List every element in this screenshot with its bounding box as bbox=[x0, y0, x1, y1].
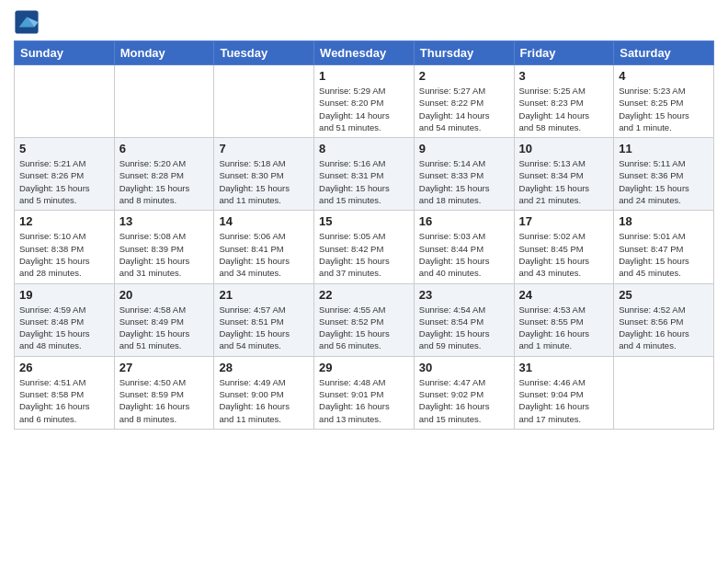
day-info: Sunrise: 4:46 AM Sunset: 9:04 PM Dayligh… bbox=[519, 376, 609, 425]
day-info: Sunrise: 4:59 AM Sunset: 8:48 PM Dayligh… bbox=[19, 304, 109, 352]
day-info: Sunrise: 4:54 AM Sunset: 8:54 PM Dayligh… bbox=[419, 304, 509, 352]
calendar-cell: 24Sunrise: 4:53 AM Sunset: 8:55 PM Dayli… bbox=[514, 283, 614, 356]
day-info: Sunrise: 5:11 AM Sunset: 8:36 PM Dayligh… bbox=[619, 157, 709, 206]
day-info: Sunrise: 4:51 AM Sunset: 8:58 PM Dayligh… bbox=[19, 376, 109, 425]
calendar-cell: 19Sunrise: 4:59 AM Sunset: 8:48 PM Dayli… bbox=[15, 283, 115, 356]
calendar-cell: 17Sunrise: 5:02 AM Sunset: 8:45 PM Dayli… bbox=[514, 211, 614, 283]
calendar-cell: 26Sunrise: 4:51 AM Sunset: 8:58 PM Dayli… bbox=[15, 356, 115, 429]
calendar-cell bbox=[614, 356, 714, 429]
calendar-cell: 30Sunrise: 4:47 AM Sunset: 9:02 PM Dayli… bbox=[414, 356, 514, 429]
day-info: Sunrise: 5:21 AM Sunset: 8:26 PM Dayligh… bbox=[19, 157, 109, 206]
day-header-saturday: Saturday bbox=[614, 41, 714, 65]
day-info: Sunrise: 5:10 AM Sunset: 8:38 PM Dayligh… bbox=[19, 230, 109, 279]
calendar-cell: 3Sunrise: 5:25 AM Sunset: 8:23 PM Daylig… bbox=[514, 65, 614, 138]
calendar-cell: 14Sunrise: 5:06 AM Sunset: 8:41 PM Dayli… bbox=[214, 211, 314, 283]
day-number: 6 bbox=[119, 142, 210, 155]
header bbox=[14, 9, 714, 35]
day-number: 24 bbox=[519, 288, 609, 302]
day-number: 4 bbox=[619, 69, 709, 83]
calendar-cell: 10Sunrise: 5:13 AM Sunset: 8:34 PM Dayli… bbox=[514, 138, 614, 211]
day-info: Sunrise: 4:52 AM Sunset: 8:56 PM Dayligh… bbox=[619, 304, 709, 352]
calendar-cell: 9Sunrise: 5:14 AM Sunset: 8:33 PM Daylig… bbox=[414, 138, 514, 211]
day-number: 19 bbox=[19, 288, 109, 302]
day-number: 27 bbox=[119, 361, 210, 374]
day-number: 13 bbox=[119, 214, 210, 228]
calendar-cell: 29Sunrise: 4:48 AM Sunset: 9:01 PM Dayli… bbox=[314, 356, 415, 429]
day-number: 23 bbox=[419, 288, 509, 302]
day-number: 26 bbox=[19, 361, 109, 374]
calendar-cell: 7Sunrise: 5:18 AM Sunset: 8:30 PM Daylig… bbox=[214, 138, 314, 211]
day-number: 11 bbox=[619, 142, 709, 155]
day-number: 15 bbox=[319, 214, 409, 228]
calendar-cell: 20Sunrise: 4:58 AM Sunset: 8:49 PM Dayli… bbox=[114, 283, 214, 356]
day-info: Sunrise: 5:02 AM Sunset: 8:45 PM Dayligh… bbox=[519, 230, 609, 279]
day-number: 30 bbox=[419, 361, 509, 374]
day-info: Sunrise: 5:03 AM Sunset: 8:44 PM Dayligh… bbox=[419, 230, 509, 279]
calendar-cell: 31Sunrise: 4:46 AM Sunset: 9:04 PM Dayli… bbox=[514, 356, 614, 429]
day-number: 12 bbox=[19, 214, 109, 228]
day-info: Sunrise: 5:06 AM Sunset: 8:41 PM Dayligh… bbox=[219, 230, 309, 279]
day-number: 1 bbox=[319, 69, 409, 83]
day-info: Sunrise: 5:01 AM Sunset: 8:47 PM Dayligh… bbox=[619, 230, 709, 279]
day-info: Sunrise: 4:50 AM Sunset: 8:59 PM Dayligh… bbox=[119, 376, 210, 425]
calendar-cell: 28Sunrise: 4:49 AM Sunset: 9:00 PM Dayli… bbox=[214, 356, 314, 429]
day-header-sunday: Sunday bbox=[15, 41, 115, 65]
day-info: Sunrise: 5:18 AM Sunset: 8:30 PM Dayligh… bbox=[219, 157, 309, 206]
week-row-2: 5Sunrise: 5:21 AM Sunset: 8:26 PM Daylig… bbox=[15, 138, 714, 211]
day-info: Sunrise: 4:58 AM Sunset: 8:49 PM Dayligh… bbox=[119, 304, 210, 352]
day-number: 9 bbox=[419, 142, 509, 155]
calendar-cell: 16Sunrise: 5:03 AM Sunset: 8:44 PM Dayli… bbox=[414, 211, 514, 283]
day-info: Sunrise: 5:20 AM Sunset: 8:28 PM Dayligh… bbox=[119, 157, 210, 206]
day-number: 29 bbox=[319, 361, 409, 374]
day-number: 8 bbox=[319, 142, 409, 155]
day-number: 18 bbox=[619, 214, 709, 228]
day-number: 16 bbox=[419, 214, 509, 228]
day-header-wednesday: Wednesday bbox=[314, 41, 415, 65]
day-info: Sunrise: 5:29 AM Sunset: 8:20 PM Dayligh… bbox=[319, 85, 409, 133]
day-info: Sunrise: 4:47 AM Sunset: 9:02 PM Dayligh… bbox=[419, 376, 509, 425]
week-row-1: 1Sunrise: 5:29 AM Sunset: 8:20 PM Daylig… bbox=[15, 65, 714, 138]
calendar-cell: 1Sunrise: 5:29 AM Sunset: 8:20 PM Daylig… bbox=[314, 65, 415, 138]
day-info: Sunrise: 5:05 AM Sunset: 8:42 PM Dayligh… bbox=[319, 230, 409, 279]
week-row-3: 12Sunrise: 5:10 AM Sunset: 8:38 PM Dayli… bbox=[15, 211, 714, 283]
day-info: Sunrise: 4:53 AM Sunset: 8:55 PM Dayligh… bbox=[519, 304, 609, 352]
day-number: 20 bbox=[119, 288, 210, 302]
day-info: Sunrise: 4:55 AM Sunset: 8:52 PM Dayligh… bbox=[319, 304, 409, 352]
calendar-cell: 15Sunrise: 5:05 AM Sunset: 8:42 PM Dayli… bbox=[314, 211, 415, 283]
calendar-cell: 27Sunrise: 4:50 AM Sunset: 8:59 PM Dayli… bbox=[114, 356, 214, 429]
calendar-cell: 22Sunrise: 4:55 AM Sunset: 8:52 PM Dayli… bbox=[314, 283, 415, 356]
calendar: SundayMondayTuesdayWednesdayThursdayFrid… bbox=[14, 40, 714, 430]
day-number: 2 bbox=[419, 69, 509, 83]
day-number: 22 bbox=[319, 288, 409, 302]
day-number: 14 bbox=[219, 214, 309, 228]
day-info: Sunrise: 5:27 AM Sunset: 8:22 PM Dayligh… bbox=[419, 85, 509, 133]
calendar-cell: 12Sunrise: 5:10 AM Sunset: 8:38 PM Dayli… bbox=[15, 211, 115, 283]
calendar-cell: 4Sunrise: 5:23 AM Sunset: 8:25 PM Daylig… bbox=[614, 65, 714, 138]
day-info: Sunrise: 5:14 AM Sunset: 8:33 PM Dayligh… bbox=[419, 157, 509, 206]
calendar-header-row: SundayMondayTuesdayWednesdayThursdayFrid… bbox=[15, 41, 714, 65]
day-number: 28 bbox=[219, 361, 309, 374]
day-number: 17 bbox=[519, 214, 609, 228]
calendar-cell: 23Sunrise: 4:54 AM Sunset: 8:54 PM Dayli… bbox=[414, 283, 514, 356]
calendar-cell: 5Sunrise: 5:21 AM Sunset: 8:26 PM Daylig… bbox=[15, 138, 115, 211]
day-number: 21 bbox=[219, 288, 309, 302]
calendar-cell: 6Sunrise: 5:20 AM Sunset: 8:28 PM Daylig… bbox=[114, 138, 214, 211]
day-info: Sunrise: 5:13 AM Sunset: 8:34 PM Dayligh… bbox=[519, 157, 609, 206]
day-info: Sunrise: 4:57 AM Sunset: 8:51 PM Dayligh… bbox=[219, 304, 309, 352]
calendar-cell bbox=[214, 65, 314, 138]
day-info: Sunrise: 5:16 AM Sunset: 8:31 PM Dayligh… bbox=[319, 157, 409, 206]
day-info: Sunrise: 5:23 AM Sunset: 8:25 PM Dayligh… bbox=[619, 85, 709, 133]
calendar-cell: 25Sunrise: 4:52 AM Sunset: 8:56 PM Dayli… bbox=[614, 283, 714, 356]
week-row-4: 19Sunrise: 4:59 AM Sunset: 8:48 PM Dayli… bbox=[15, 283, 714, 356]
calendar-cell: 11Sunrise: 5:11 AM Sunset: 8:36 PM Dayli… bbox=[614, 138, 714, 211]
calendar-cell: 21Sunrise: 4:57 AM Sunset: 8:51 PM Dayli… bbox=[214, 283, 314, 356]
day-header-monday: Monday bbox=[114, 41, 214, 65]
day-info: Sunrise: 4:49 AM Sunset: 9:00 PM Dayligh… bbox=[219, 376, 309, 425]
day-info: Sunrise: 5:08 AM Sunset: 8:39 PM Dayligh… bbox=[119, 230, 210, 279]
calendar-cell: 2Sunrise: 5:27 AM Sunset: 8:22 PM Daylig… bbox=[414, 65, 514, 138]
logo bbox=[14, 9, 41, 35]
day-info: Sunrise: 5:25 AM Sunset: 8:23 PM Dayligh… bbox=[519, 85, 609, 133]
day-number: 3 bbox=[519, 69, 609, 83]
day-number: 10 bbox=[519, 142, 609, 155]
calendar-cell bbox=[15, 65, 115, 138]
